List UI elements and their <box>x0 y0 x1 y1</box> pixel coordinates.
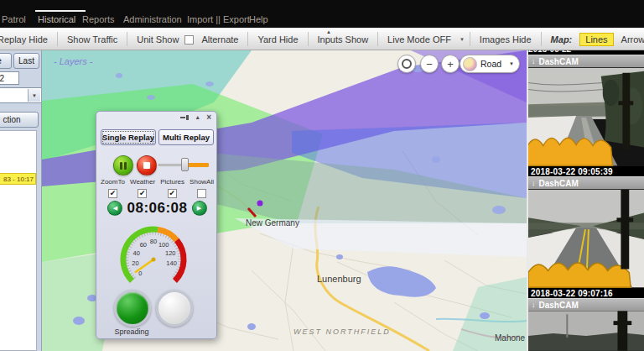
sidebar-dropdown[interactable]: ▼ <box>0 87 42 103</box>
label-mahone: Mahone <box>495 333 526 343</box>
dashcam-timestamp-1: 2018-03-22 09:05:39 <box>528 166 644 176</box>
replay-time: 08:06:08 <box>127 200 187 217</box>
dialog-titlebar: ▲ × <box>180 114 211 121</box>
zoom-out-button[interactable]: − <box>420 55 439 73</box>
toolbar: ▲ Replay Hide Show Traffic Unit Show Alt… <box>0 28 644 50</box>
divider <box>541 32 542 46</box>
menu-reports[interactable]: Reports <box>82 14 115 24</box>
arrow-down-icon: ↓ <box>532 179 536 187</box>
replay-tabs: Single Replay Multi Replay <box>101 129 214 145</box>
plow-blade <box>528 138 613 165</box>
label-west-northfield: WEST NORTHFIELD <box>293 327 391 336</box>
stop-icon <box>143 162 150 169</box>
slider-fill <box>186 163 209 167</box>
dashcam-timestamp-2: 2018-03-22 09:07:16 <box>528 288 644 298</box>
tab-single-replay[interactable]: Single Replay <box>101 129 156 145</box>
slider-thumb[interactable] <box>181 158 189 171</box>
lines-toggle[interactable]: Lines <box>579 33 613 46</box>
divider <box>57 32 58 46</box>
step-back-button[interactable]: ◀ <box>107 201 122 216</box>
sidebar-list-panel: 83 - 10:17 <box>0 130 37 351</box>
basemap-selector[interactable]: Road ▼ <box>460 55 520 73</box>
menu-help[interactable]: Help <box>249 14 268 24</box>
speed-gauge: 0 20 40 60 80 100 120 140 <box>107 219 200 291</box>
menu-historical[interactable]: Historical <box>38 14 75 24</box>
app-window: Patrol Historical Reports Administration… <box>0 0 644 351</box>
plow-blade <box>528 263 631 287</box>
replay-speed-slider[interactable] <box>158 155 209 174</box>
divider <box>377 32 378 46</box>
menu-administration[interactable]: Administration <box>123 14 182 24</box>
unit-show-button[interactable]: Unit Show <box>132 34 183 45</box>
dashcam-header-1[interactable]: ↓ DashCAM <box>528 55 644 67</box>
dashcam-header-2[interactable]: ↓ DashCAM <box>528 176 644 189</box>
map-label: Map: <box>547 34 577 45</box>
label-new-germany: New Germany <box>246 218 299 228</box>
camera-mast <box>622 73 630 149</box>
chevron-down-icon[interactable]: ▼ <box>460 37 465 42</box>
active-menu-indicator <box>35 10 86 12</box>
close-icon[interactable]: × <box>206 114 211 121</box>
yard-hide-button[interactable]: Yard Hide <box>253 34 302 45</box>
pause-icon <box>120 162 127 170</box>
secondary-indicator-off[interactable] <box>156 290 193 327</box>
spreading-label: Spreading <box>101 327 162 336</box>
images-hide-button[interactable]: Images Hide <box>475 34 536 45</box>
weather-checkbox[interactable]: ✔ <box>138 189 147 198</box>
replay-hide-button[interactable]: Replay Hide <box>0 34 52 45</box>
pole <box>566 314 568 338</box>
menu-bar: Patrol Historical Reports Administration… <box>0 0 644 28</box>
pictures-label: Pictures <box>160 178 184 186</box>
date-field[interactable]: 22 <box>0 71 19 85</box>
dashcam-image-1[interactable] <box>528 67 644 166</box>
step-forward-button[interactable]: ▶ <box>192 201 207 216</box>
map-center-button[interactable] <box>397 55 416 73</box>
showall-checkbox[interactable] <box>197 189 206 198</box>
live-mode-button[interactable]: Live Mode OFF <box>383 34 455 45</box>
pause-button[interactable] <box>113 155 133 176</box>
selection-button[interactable]: ction <box>0 112 39 128</box>
last-button[interactable]: Last <box>13 53 39 69</box>
gauge-needle-hub <box>152 258 156 262</box>
show-traffic-button[interactable]: Show Traffic <box>63 34 122 45</box>
camera-mast <box>621 190 629 270</box>
menu-patrol[interactable]: Patrol <box>2 14 26 24</box>
collapse-icon[interactable]: ▲ <box>195 114 200 121</box>
weather-label: Weather <box>130 178 155 186</box>
divider <box>308 32 309 46</box>
pictures-checkbox[interactable]: ✔ <box>168 189 177 198</box>
pin-icon[interactable] <box>180 114 189 121</box>
chevron-down-icon[interactable]: ▼ <box>28 89 40 102</box>
dashcam-image-3[interactable] <box>528 311 644 351</box>
layers-label[interactable]: - Layers - <box>54 56 92 66</box>
divider <box>470 32 470 46</box>
replay-dialog: ▲ × Single Replay Multi Replay ZoomTo We… <box>96 111 217 339</box>
alternate-checkbox[interactable] <box>184 35 194 45</box>
menu-import-export[interactable]: Import || Export <box>187 14 250 24</box>
dashcam-image-2[interactable] <box>528 189 644 288</box>
stop-button[interactable] <box>137 155 157 176</box>
svg-text:40: 40 <box>133 249 140 257</box>
basemap-value: Road <box>480 59 509 69</box>
selected-replay-item[interactable]: 83 - 10:17 <box>0 173 36 185</box>
spreading-indicator-on[interactable] <box>114 290 151 327</box>
toolbar-scroll-up-icon[interactable]: ▲ <box>326 29 331 34</box>
dashcam-header-3[interactable]: ↓ DashCAM <box>528 298 644 311</box>
tab-multi-replay[interactable]: Multi Replay <box>158 129 214 145</box>
svg-text:60: 60 <box>140 241 147 249</box>
zoomto-label: ZoomTo <box>101 178 125 186</box>
arrow-down-icon: ↓ <box>532 301 536 309</box>
checkbox-row: ✔ ✔ ✔ <box>96 189 218 198</box>
sidebar-partial-button[interactable]: e <box>0 53 12 69</box>
unit-marker[interactable] <box>257 201 263 207</box>
dashcam-panel: 2018-03-22 ↓ DashCAM 2018-03-22 09:05:39… <box>527 50 644 351</box>
svg-text:80: 80 <box>150 238 157 245</box>
zoomto-checkbox[interactable]: ✔ <box>108 189 117 198</box>
label-lunenburg: Lunenburg <box>317 274 361 284</box>
inputs-show-button[interactable]: Inputs Show <box>314 34 373 45</box>
arrows-toggle[interactable]: Arrows <box>617 34 644 45</box>
svg-text:100: 100 <box>158 241 169 249</box>
zoom-in-button[interactable]: + <box>441 55 460 73</box>
checkbox-labels: ZoomTo Weather Pictures ShowAll <box>96 178 218 186</box>
divider <box>127 32 127 46</box>
